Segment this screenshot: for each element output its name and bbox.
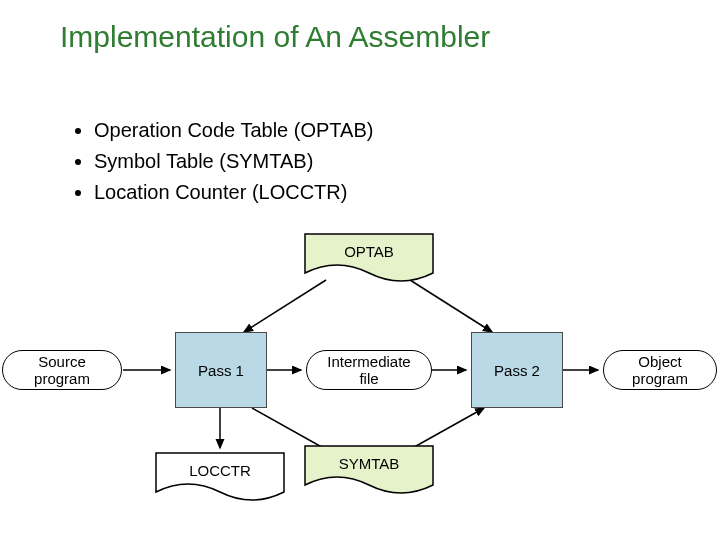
intermediate-file-label: Intermediate file: [317, 353, 421, 387]
bullet-item: Location Counter (LOCCTR): [94, 177, 373, 208]
bullet-item: Operation Code Table (OPTAB): [94, 115, 373, 146]
optab-node: OPTAB: [304, 233, 434, 283]
symtab-label: SYMTAB: [304, 455, 434, 472]
source-program-label: Source program: [13, 353, 111, 387]
intermediate-file-node: Intermediate file: [306, 350, 432, 390]
pass2-node: Pass 2: [471, 332, 563, 408]
svg-line-5: [410, 280, 492, 332]
object-program-label: Object program: [614, 353, 706, 387]
object-program-node: Object program: [603, 350, 717, 390]
optab-label: OPTAB: [304, 243, 434, 260]
pass1-node: Pass 1: [175, 332, 267, 408]
flow-diagram: OPTAB Source program Pass 1 Intermediate…: [0, 230, 720, 510]
locctr-node: LOCCTR: [155, 452, 285, 502]
pass2-label: Pass 2: [494, 362, 540, 379]
bullet-item: Symbol Table (SYMTAB): [94, 146, 373, 177]
locctr-label: LOCCTR: [155, 462, 285, 479]
source-program-node: Source program: [2, 350, 122, 390]
bullet-list: Operation Code Table (OPTAB) Symbol Tabl…: [30, 115, 373, 208]
slide-title: Implementation of An Assembler: [60, 20, 660, 54]
svg-line-4: [244, 280, 326, 332]
symtab-node: SYMTAB: [304, 445, 434, 495]
pass1-label: Pass 1: [198, 362, 244, 379]
